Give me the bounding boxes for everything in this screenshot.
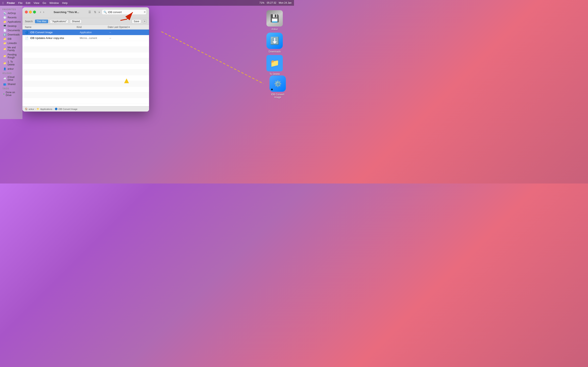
finder-toolbar: ‹ › Searching "This M... ☰ ⇅ » 🔍 ✕	[22, 7, 149, 18]
airdrop-icon: 📡	[3, 12, 6, 15]
sidebar-item-label: Me and Family	[8, 46, 19, 52]
recents-icon: 🕒	[3, 16, 6, 19]
sidebar-item-label: Applications	[8, 20, 21, 23]
menu-edit[interactable]: Edit	[26, 1, 30, 4]
sidebar-item-label: Desktop	[8, 25, 17, 27]
warning-triangle-icon: ▲	[122, 76, 131, 85]
file-row-date: --	[109, 37, 147, 40]
sidebar-item-applications[interactable]: 📁 Applications	[1, 20, 22, 24]
sidebar-item-linkedin[interactable]: 📁 LinkedIn	[1, 41, 22, 45]
sidebar-item-desktop[interactable]: 🖥️ Desktop	[1, 24, 22, 28]
sidebar-item-downloads[interactable]: ⬇️ Downloads	[1, 33, 22, 37]
sidebar-item-documents[interactable]: 📄 Documents	[1, 28, 22, 33]
status-bar: 🏠 ankur › 📁 Applications › 🔵 iDB Convert…	[22, 106, 149, 111]
sidebar-item-shared[interactable]: 👥 Shared	[1, 82, 22, 86]
back-button[interactable]: ‹	[39, 10, 42, 14]
sidebar-item-to-delete[interactable]: 📁 1. To Delete	[1, 60, 22, 67]
to-delete-folder-icon: 📁	[267, 55, 283, 71]
breadcrumb-applications[interactable]: 📁 Applications	[36, 108, 52, 110]
sidebar-item-label: Documents	[8, 29, 20, 32]
col-date-header[interactable]: Date Last Opened ▾	[108, 26, 147, 29]
desktop-icon-label-ankur: Ankur	[271, 28, 278, 31]
file-row-name: iDB Convert Image	[30, 31, 80, 34]
favorites-label: Favorites	[0, 7, 18, 11]
file-row-icon: 📄	[25, 36, 29, 40]
done-on-drive-icon: ●	[3, 93, 4, 95]
filter-shared[interactable]: Shared	[70, 19, 82, 24]
menubar-time: 05:27:32	[267, 1, 277, 4]
idb-convert-app-icon: ⚙️ ▲	[269, 75, 286, 92]
minimize-button[interactable]	[29, 11, 32, 13]
breadcrumb-idb[interactable]: 🔵 iDB Convert Image	[55, 108, 77, 110]
sidebar-item-idb[interactable]: 📁 iDB	[1, 37, 22, 41]
sidebar-item-done-on-drive[interactable]: ● Done on Drive	[1, 90, 22, 97]
icloud-drive-icon: ☁️	[3, 77, 6, 80]
desktop-icon-downloads[interactable]: ⬇️ Downloads	[267, 33, 283, 53]
menu-go[interactable]: Go	[43, 1, 46, 4]
menubar-date: Mon 24 Jan	[279, 1, 292, 4]
desktop-icon-ankur[interactable]: 💾 Ankur	[267, 10, 283, 31]
sidebar-item-label: Downloads	[8, 33, 20, 36]
applications-icon: 📁	[3, 20, 6, 23]
desktop-icon-label-idb: iDB Convert Image	[268, 93, 287, 99]
column-headers: Name Kind Date Last Opened ▾	[22, 25, 149, 30]
file-list: 🔵 iDB Convert Image Application -- 📄 iDB…	[22, 30, 149, 106]
sidebar-item-icloud-drive[interactable]: ☁️ iCloud Drive	[1, 75, 22, 82]
sidebar-item-ankur[interactable]: 👤 ankur	[1, 67, 22, 71]
sidebar-item-recents[interactable]: 🕒 Recents	[1, 16, 22, 20]
search-input[interactable]	[108, 11, 142, 14]
menubar:  Finder File Edit View Go Window Help 7…	[0, 0, 294, 6]
breadcrumb-ankur[interactable]: 🏠 ankur	[25, 108, 34, 110]
filter-applications[interactable]: "Applications"	[50, 19, 68, 24]
menu-view[interactable]: View	[34, 1, 39, 4]
menu-window[interactable]: Window	[49, 1, 59, 4]
sidebar-item-me-and-family[interactable]: 📁 Me and Family	[1, 45, 22, 52]
sidebar-item-label: 1. To Delete	[8, 60, 19, 66]
sidebar-item-label: iDB	[8, 38, 11, 40]
documents-icon: 📄	[3, 29, 6, 32]
view-sort-button[interactable]: ⇅	[93, 10, 97, 14]
save-search-button[interactable]: Save	[132, 19, 141, 24]
apple-menu[interactable]: 	[2, 1, 3, 5]
menu-file[interactable]: File	[18, 1, 22, 4]
app-name[interactable]: Finder	[7, 1, 15, 4]
search-bar: 🔍 ✕	[102, 9, 147, 15]
ankur-icon: 👤	[3, 67, 6, 70]
window-title: Searching "This M...	[47, 11, 86, 14]
add-criteria-button[interactable]: +	[143, 19, 147, 24]
breadcrumb-label: Applications	[40, 108, 52, 110]
pending-rough-icon: 📁	[3, 55, 6, 58]
file-row-icon: 🔵	[25, 31, 29, 34]
sidebar-item-airdrop[interactable]: 📡 AirDrop	[1, 11, 22, 15]
close-button[interactable]	[25, 11, 28, 13]
home-icon: 🏠	[25, 108, 28, 110]
sidebar-item-label: iCloud Drive	[8, 76, 19, 81]
sidebar-item-label: AirDrop	[8, 12, 16, 15]
me-and-family-icon: 📁	[3, 48, 6, 50]
col-kind-header[interactable]: Kind	[77, 26, 108, 29]
menu-help[interactable]: Help	[62, 1, 68, 4]
tags-label: Tags	[0, 86, 11, 90]
downloads-folder-icon: ⬇️	[267, 33, 283, 49]
view-options-button[interactable]: ☰	[87, 10, 92, 14]
desktop-icon-label-to-delete: To Delete	[269, 73, 280, 75]
desktop-icon-to-delete[interactable]: 📁 To Delete	[267, 55, 283, 75]
linkedin-icon: 📁	[3, 42, 6, 45]
forward-button[interactable]: ›	[42, 10, 45, 14]
toolbar-expand-button[interactable]: »	[98, 10, 100, 14]
app-icon-small: 🔵	[55, 108, 58, 110]
sidebar-item-label: Pending Rough	[8, 53, 19, 59]
sidebar-item-pending-rough[interactable]: 📁 Pending Rough	[1, 53, 22, 59]
search-clear-button[interactable]: ✕	[144, 10, 146, 14]
filter-this-mac[interactable]: This Mac	[35, 20, 48, 23]
fullscreen-button[interactable]	[33, 11, 36, 13]
sidebar-item-label: ankur	[8, 67, 14, 70]
table-row[interactable]: 📄 iDB Updates Ankur copy.xlsx Micros...c…	[22, 35, 149, 41]
table-row[interactable]: 🔵 iDB Convert Image Application --	[22, 30, 149, 35]
desktop-icon-idb-convert[interactable]: ⚙️ ▲ iDB Convert Image	[268, 75, 287, 99]
breadcrumb-label: iDB Convert Image	[58, 108, 77, 110]
file-row-name: iDB Updates Ankur copy.xlsx	[30, 36, 80, 40]
col-name-header[interactable]: Name	[25, 26, 77, 29]
sort-chevron-icon: ▾	[129, 26, 130, 29]
idb-folder-icon: 📁	[3, 38, 6, 40]
